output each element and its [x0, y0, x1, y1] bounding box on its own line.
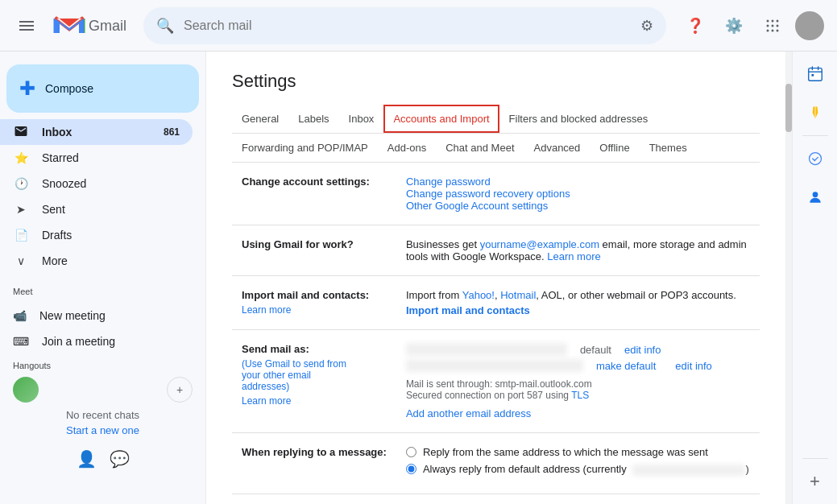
sidebar-item-sent[interactable]: ➤ Sent: [0, 196, 193, 222]
tab-general[interactable]: General: [232, 105, 288, 133]
import-description: Import from Yahoo!, Hotmail, AOL, or oth…: [406, 289, 736, 301]
google-account-link[interactable]: Other Google Account settings: [406, 200, 548, 212]
change-password-link[interactable]: Change password: [406, 176, 491, 188]
send-mail-label: Send mail as:: [242, 343, 309, 355]
person-icon[interactable]: 👤: [77, 449, 97, 469]
sidebar-item-starred[interactable]: ⭐ Starred: [0, 145, 193, 171]
import-mail-label: Import mail and contacts:: [242, 289, 369, 301]
sidebar-item-inbox[interactable]: Inbox 861: [0, 119, 193, 145]
meet-section-label: Meet: [0, 280, 205, 303]
tab-labels[interactable]: Labels: [288, 105, 338, 133]
svg-point-4: [767, 24, 769, 27]
calendar-icon[interactable]: [799, 58, 831, 90]
hotmail-link[interactable]: Hotmail: [500, 289, 536, 301]
join-meeting-label: Join a meeting: [42, 335, 115, 348]
search-icon: 🔍: [156, 17, 174, 35]
add-email-link[interactable]: Add another email address: [406, 407, 750, 419]
inbox-icon: [13, 124, 29, 141]
search-input[interactable]: [184, 19, 631, 33]
change-recovery-link[interactable]: Change password recovery options: [406, 188, 570, 200]
email-row-1: default edit info: [406, 343, 750, 356]
scrollbar-area: [785, 52, 792, 504]
sent-label: Sent: [42, 203, 65, 216]
email-1-default-badge: default: [580, 344, 611, 356]
tab-themes[interactable]: Themes: [640, 134, 697, 162]
tab-forwarding[interactable]: Forwarding and POP/IMAP: [232, 134, 378, 162]
section-import-mail: Import mail and contacts: Learn more Imp…: [232, 276, 760, 330]
avatar[interactable]: [795, 11, 824, 40]
gmail-text-icon: Gmail: [89, 18, 131, 34]
svg-point-5: [772, 24, 774, 27]
workspace-learn-more[interactable]: Learn more: [547, 250, 600, 262]
more-chevron-icon: ∨: [13, 254, 29, 267]
tab-filters[interactable]: Filters and blocked addresses: [499, 105, 658, 133]
svg-rect-10: [808, 68, 822, 81]
section-reply-to: When replying to a message: Reply from t…: [232, 433, 760, 494]
content-area: Settings General Labels Inbox Accounts a…: [206, 52, 785, 504]
svg-rect-11: [811, 74, 814, 76]
chat-icon[interactable]: 💬: [110, 449, 130, 469]
snoozed-icon: 🕐: [13, 177, 29, 190]
svg-point-1: [767, 19, 769, 22]
default-address-blurred: [632, 465, 745, 476]
email-1-address: [406, 343, 567, 356]
svg-text:Gmail: Gmail: [89, 18, 126, 34]
tab-accounts[interactable]: Accounts and Import: [383, 105, 499, 133]
right-sidebar-divider: [802, 135, 828, 136]
compose-button[interactable]: ✚ Compose: [6, 64, 199, 113]
add-app-button[interactable]: +: [799, 465, 831, 498]
sidebar-item-join-meeting[interactable]: ⌨ Join a meeting: [0, 328, 205, 354]
starred-label: Starred: [42, 151, 79, 164]
sidebar-item-more[interactable]: ∨ More: [0, 248, 193, 274]
radio-same-address[interactable]: [406, 447, 416, 457]
svg-point-6: [777, 24, 779, 27]
more-label: More: [42, 254, 68, 267]
email-1-edit-link[interactable]: edit info: [624, 344, 661, 356]
sidebar: ✚ Compose Inbox 861 ⭐ Starred 🕐 Snoozed …: [0, 52, 206, 504]
hangouts-add-button[interactable]: +: [167, 377, 193, 403]
tls-link[interactable]: TLS: [571, 390, 589, 401]
apps-grid-icon: [764, 18, 781, 34]
search-bar: 🔍 ⚙: [143, 7, 666, 44]
sidebar-item-new-meeting[interactable]: 📹 New meeting: [0, 303, 205, 328]
radio-same-address-label: Reply from the same address to which the…: [423, 446, 708, 458]
import-contacts-link[interactable]: Import mail and contacts: [406, 304, 750, 316]
scrollbar-thumb[interactable]: [785, 84, 792, 132]
filter-icon[interactable]: ⚙: [640, 17, 653, 35]
yahoo-link[interactable]: Yahoo!: [462, 289, 495, 301]
hangouts-header: Hangouts: [13, 361, 193, 370]
inbox-label: Inbox: [42, 126, 72, 138]
tab-addons[interactable]: Add-ons: [378, 134, 436, 162]
hamburger-menu[interactable]: [13, 12, 40, 39]
email-2-edit-link[interactable]: edit info: [675, 360, 712, 372]
tab-offline[interactable]: Offline: [590, 134, 639, 162]
send-mail-learn-more[interactable]: Learn more: [242, 395, 387, 407]
apps-button[interactable]: [756, 10, 789, 42]
import-learn-more[interactable]: Learn more: [242, 304, 387, 316]
sidebar-item-drafts[interactable]: 📄 Drafts: [0, 222, 193, 248]
tab-advanced[interactable]: Advanced: [524, 134, 590, 162]
top-bar-actions: ❓ ⚙️: [679, 10, 824, 42]
email-2-make-default-link[interactable]: make default: [596, 360, 656, 372]
svg-point-2: [772, 19, 774, 22]
drafts-icon: 📄: [13, 229, 29, 242]
svg-point-14: [812, 192, 818, 197]
radio-default-address[interactable]: [406, 464, 416, 474]
gmail-logo[interactable]: Gmail: [53, 15, 131, 36]
help-button[interactable]: ❓: [679, 10, 711, 42]
start-new-chat[interactable]: Start a new one: [13, 424, 193, 436]
contacts-icon[interactable]: [799, 181, 831, 213]
sidebar-item-snoozed[interactable]: 🕐 Snoozed: [0, 171, 193, 196]
tab-inbox[interactable]: Inbox: [339, 105, 384, 133]
tab-chat[interactable]: Chat and Meet: [436, 134, 524, 162]
no-recent-chats: No recent chats: [13, 409, 193, 421]
gmail-work-label: Using Gmail for work?: [242, 238, 354, 250]
gmail-m-icon: [53, 15, 85, 36]
radio-option-default-address: Always reply from default address (curre…: [406, 463, 750, 476]
tasks-icon[interactable]: [799, 143, 831, 175]
settings-button[interactable]: ⚙️: [718, 10, 750, 42]
email-row-2: make default edit info: [406, 359, 750, 372]
keep-icon[interactable]: [799, 97, 831, 129]
section-send-mail: Send mail as: (Use Gmail to send fromyou…: [232, 330, 760, 433]
example-email-link[interactable]: yourname@example.com: [480, 238, 599, 250]
